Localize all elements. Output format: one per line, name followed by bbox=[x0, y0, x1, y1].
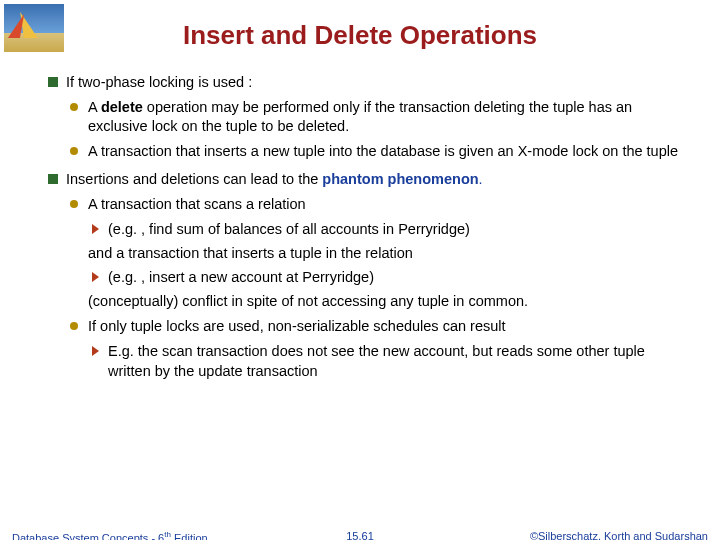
text: (e.g. , find sum of balances of all acco… bbox=[108, 221, 470, 237]
continuation-text: (conceptually) conflict in spite of not … bbox=[88, 292, 690, 311]
text: operation may be performed only if the t… bbox=[88, 99, 632, 134]
text: . bbox=[479, 171, 483, 187]
bullet-lvl3: (e.g. , insert a new account at Perryrid… bbox=[92, 268, 690, 287]
bullet-lvl1: Insertions and deletions can lead to the… bbox=[48, 170, 690, 189]
bullet-lvl1: If two-phase locking is used : bbox=[48, 73, 690, 92]
text: If two-phase locking is used : bbox=[66, 74, 252, 90]
text: and a transaction that inserts a tuple i… bbox=[88, 245, 413, 261]
text: A transaction that scans a relation bbox=[88, 196, 306, 212]
logo-image bbox=[4, 4, 64, 52]
text-bold: delete bbox=[101, 99, 143, 115]
text: If only tuple locks are used, non-serial… bbox=[88, 318, 506, 334]
continuation-text: and a transaction that inserts a tuple i… bbox=[88, 244, 690, 263]
phantom-term: phantom phenomenon bbox=[322, 171, 478, 187]
text: (conceptually) conflict in spite of not … bbox=[88, 293, 528, 309]
bullet-lvl3: E.g. the scan transaction does not see t… bbox=[92, 342, 690, 380]
text: Insertions and deletions can lead to the bbox=[66, 171, 322, 187]
bullet-lvl3: (e.g. , find sum of balances of all acco… bbox=[92, 220, 690, 239]
text: E.g. the scan transaction does not see t… bbox=[108, 343, 645, 378]
bullet-lvl2: A transaction that inserts a new tuple i… bbox=[70, 142, 690, 161]
bullet-lvl2: A transaction that scans a relation bbox=[70, 195, 690, 214]
text: A bbox=[88, 99, 101, 115]
text: A transaction that inserts a new tuple i… bbox=[88, 143, 678, 159]
text: (e.g. , insert a new account at Perryrid… bbox=[108, 269, 374, 285]
slide-body: If two-phase locking is used : A delete … bbox=[0, 73, 720, 381]
slide-title: Insert and Delete Operations bbox=[0, 0, 720, 65]
bullet-lvl2: If only tuple locks are used, non-serial… bbox=[70, 317, 690, 336]
bullet-lvl2: A delete operation may be performed only… bbox=[70, 98, 690, 136]
footer-right: ©Silberschatz, Korth and Sudarshan bbox=[530, 530, 708, 540]
